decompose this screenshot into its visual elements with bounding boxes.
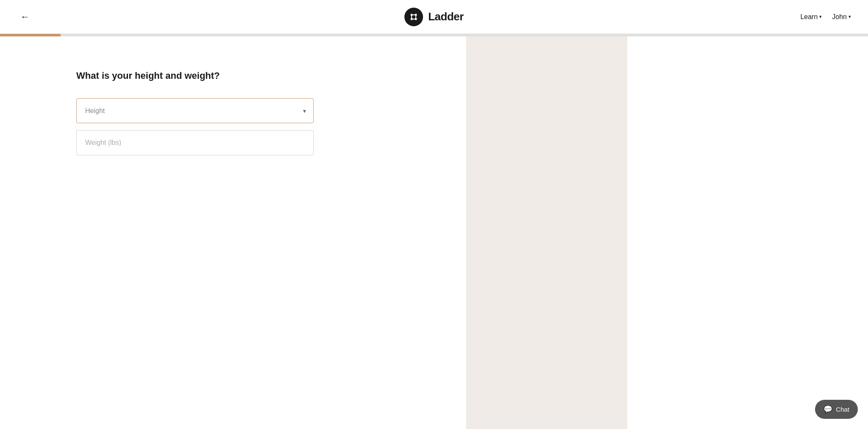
height-group: Height 4'0"4'1"4'2"4'3"4'4"4'5"4'6"4'7"4… [76,98,441,123]
learn-chevron: ▾ [819,14,822,19]
learn-menu[interactable]: Learn ▾ [800,13,822,21]
learn-label: Learn [800,13,818,21]
header-right: Learn ▾ John ▾ [800,13,851,21]
logo-text: Ladder [428,10,464,23]
height-select-wrapper: Height 4'0"4'1"4'2"4'3"4'4"4'5"4'6"4'7"4… [76,98,314,123]
weight-group [76,130,441,155]
content-area: What is your height and weight? Height 4… [0,36,466,429]
logo-icon [404,8,423,26]
header: ← Ladder Learn ▾ John ▾ [0,0,868,34]
user-menu[interactable]: John ▾ [832,13,851,21]
logo-svg [409,12,419,22]
back-button[interactable]: ← [17,8,33,26]
height-select[interactable]: Height 4'0"4'1"4'2"4'3"4'4"4'5"4'6"4'7"4… [76,98,314,123]
main-layout: What is your height and weight? Height 4… [0,36,868,429]
user-chevron: ▾ [849,14,851,19]
chat-icon: 💬 [823,405,832,414]
sidebar-area [466,36,627,429]
logo-area: Ladder [404,8,464,26]
chat-button[interactable]: 💬 Chat [815,400,858,419]
header-left: ← [17,8,33,26]
weight-input[interactable] [76,130,314,155]
user-label: John [832,13,847,21]
chat-label: Chat [836,406,849,413]
question-title: What is your height and weight? [76,70,441,81]
